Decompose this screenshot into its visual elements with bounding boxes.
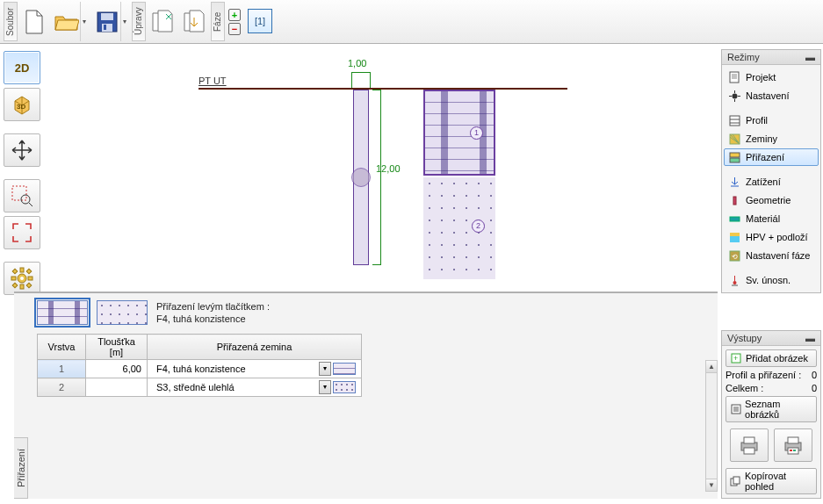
list-icon: [730, 403, 741, 415]
col-header-thickness[interactable]: Tloušťka [m]: [86, 335, 148, 360]
remove-phase-button[interactable]: −: [228, 23, 241, 35]
add-phase-button[interactable]: +: [228, 9, 241, 21]
phase-settings-icon: ⟲: [728, 249, 740, 262]
bottom-scrollbar[interactable]: ▲ ▼: [705, 360, 718, 492]
row-2-thickness[interactable]: [86, 378, 148, 397]
soil-swatch-2[interactable]: [97, 300, 148, 325]
image-list-button[interactable]: Seznam obrázků: [726, 396, 817, 422]
print-color-button[interactable]: [774, 428, 812, 462]
table-row[interactable]: 1 6,00 F4, tuhá konzistence ▾: [38, 360, 362, 378]
mode-hpv-label: HPV + podloží: [746, 232, 808, 242]
mode-hpv[interactable]: HPV + podloží: [724, 228, 819, 246]
row-1-soil-cell[interactable]: F4, tuhá konzistence ▾: [148, 360, 362, 378]
svg-rect-3: [104, 25, 106, 30]
mode-profil[interactable]: Profil: [724, 112, 819, 129]
hatch-icon: [728, 133, 740, 145]
scroll-up-icon[interactable]: ▲: [706, 361, 717, 373]
minimize-icon[interactable]: ▬: [805, 52, 815, 62]
outputs-panel-header[interactable]: Výstupy ▬: [722, 331, 820, 346]
pile-section-circle: [351, 168, 371, 187]
row-1-thickness[interactable]: 6,00: [86, 360, 148, 378]
new-file-button[interactable]: [19, 2, 49, 41]
print-button[interactable]: [730, 428, 769, 462]
row-number-1[interactable]: 1: [38, 360, 86, 378]
open-file-button[interactable]: ▾: [51, 2, 90, 41]
bottom-panel-tab[interactable]: Přiřazení: [14, 437, 28, 499]
mode-projekt-label: Projekt: [746, 72, 776, 83]
svg-rect-32: [730, 233, 740, 236]
settings-button[interactable]: [4, 262, 40, 295]
svg-rect-2: [102, 24, 112, 32]
gear-icon: [11, 267, 33, 290]
add-image-button[interactable]: + Přidat obrázek: [726, 349, 817, 367]
svg-rect-31: [730, 217, 740, 221]
soil-swatch-1[interactable]: [37, 300, 88, 325]
modes-panel-header[interactable]: Režimy ▬: [722, 50, 820, 65]
row-number-2[interactable]: 2: [38, 378, 86, 397]
save-file-button[interactable]: ▾: [91, 2, 130, 41]
copy-icon: [149, 4, 176, 40]
view-2d-button[interactable]: 2D: [4, 51, 40, 84]
copy-view-label: Kopírovat pohled: [745, 471, 812, 492]
zoom-area-button[interactable]: [4, 179, 40, 212]
mode-sv-unosn[interactable]: Sv. únosn.: [724, 271, 819, 289]
mode-zatizeni[interactable]: Zatížení: [724, 173, 819, 191]
soil-layer-2[interactable]: 2: [423, 177, 495, 279]
dimension-width-line: [351, 72, 371, 88]
zoom-area-icon: [10, 184, 34, 208]
mode-material[interactable]: Materiál: [724, 210, 819, 227]
mode-nastaveni-faze[interactable]: ⟲ Nastavení fáze: [724, 247, 819, 264]
svg-rect-50: [790, 450, 792, 451]
row-2-soil-dropdown[interactable]: ▾: [319, 380, 331, 394]
bottom-panel: Přiřazení Přiřazení levým tlačítkem : F4…: [14, 292, 718, 499]
mode-nastaveni[interactable]: Nastavení: [724, 87, 819, 104]
mode-prirazeni[interactable]: Přiřazení: [724, 148, 819, 166]
mode-zatizeni-label: Zatížení: [746, 176, 781, 187]
view-3d-button[interactable]: 3D: [4, 88, 40, 121]
row-1-soil-value: F4, tuhá konzistence: [153, 364, 319, 374]
col-header-soil[interactable]: Přiřazená zemina: [148, 335, 362, 360]
mode-sv-unosn-label: Sv. únosn.: [746, 275, 791, 285]
material-icon: [728, 212, 740, 225]
svg-rect-27: [730, 153, 740, 157]
scroll-down-icon[interactable]: ▼: [706, 479, 717, 491]
mode-projekt[interactable]: Projekt: [724, 68, 819, 86]
row-2-soil-cell[interactable]: S3, středně ulehlá ▾: [148, 378, 362, 397]
profile-assign-count: 0: [812, 370, 817, 380]
svg-rect-14: [12, 283, 18, 288]
pan-icon: [11, 139, 33, 162]
soil-layer-1[interactable]: 1: [423, 90, 495, 176]
paste-button[interactable]: [179, 2, 209, 41]
pan-button[interactable]: [4, 133, 40, 167]
phase-add-remove: + −: [227, 2, 242, 41]
svg-text:3D: 3D: [17, 103, 25, 111]
open-dropdown-icon[interactable]: ▾: [80, 2, 88, 41]
row-1-soil-dropdown[interactable]: ▾: [319, 362, 331, 376]
save-dropdown-icon[interactable]: ▾: [120, 2, 128, 41]
table-row[interactable]: 2 S3, středně ulehlá ▾: [38, 378, 362, 397]
mode-geometrie[interactable]: Geometrie: [724, 191, 819, 209]
copy-button[interactable]: [148, 2, 177, 41]
copy-view-button[interactable]: Kopírovat pohled: [726, 468, 817, 494]
assign-hint: Přiřazení levým tlačítkem : F4, tuhá kon…: [156, 300, 270, 325]
assign-icon: [728, 151, 740, 163]
minimize-icon[interactable]: ▬: [805, 333, 815, 343]
profile-assign-row: Profil a přiřazení : 0: [726, 370, 817, 380]
mode-zeminy[interactable]: Zeminy: [724, 130, 819, 148]
svg-rect-12: [12, 269, 18, 274]
outputs-panel: Výstupy ▬ + Přidat obrázek Profil a přiř…: [721, 330, 821, 499]
printer-icon: [738, 435, 761, 456]
drawing-canvas[interactable]: PT UT 1,00 12,00 1 2: [49, 49, 718, 286]
svg-point-6: [21, 195, 30, 204]
phase-tab-1[interactable]: [1]: [248, 9, 272, 33]
printer-color-icon: [782, 435, 805, 456]
add-image-icon: +: [730, 352, 742, 364]
svg-text:⟲: ⟲: [732, 253, 738, 261]
top-toolbar: Soubor ▾ ▾ Úpravy Fáze + − [1]: [0, 0, 823, 44]
total-count: 0: [812, 383, 817, 393]
row-1-soil-swatch: [333, 363, 356, 375]
add-image-label: Přidat obrázek: [746, 353, 808, 364]
gear-small-icon: [728, 90, 740, 102]
zoom-extents-button[interactable]: [4, 216, 40, 249]
col-header-layer[interactable]: Vrstva: [38, 335, 86, 360]
